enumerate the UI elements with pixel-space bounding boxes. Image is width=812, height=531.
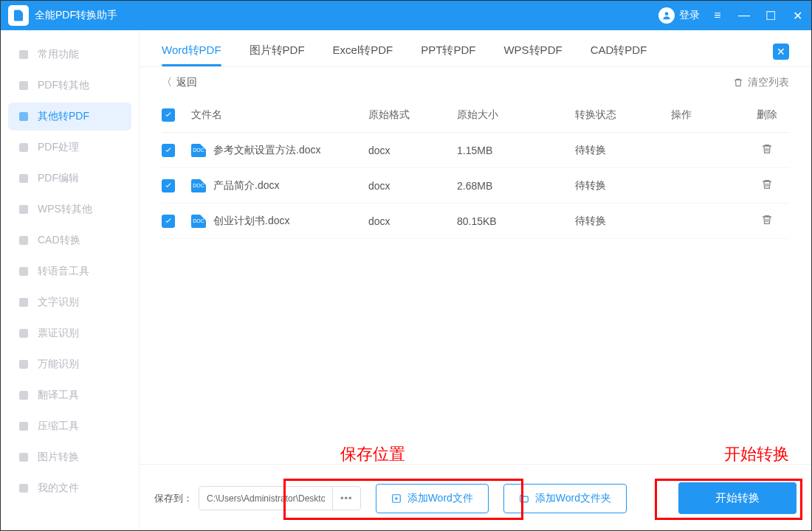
sidebar-item-label: 压缩工具 <box>38 420 79 433</box>
sidebar-item-8[interactable]: 文字识别 <box>8 288 131 316</box>
row-checkbox[interactable] <box>162 215 175 228</box>
size-cell: 80.15KB <box>457 215 575 227</box>
back-button[interactable]: 〈 返回 <box>162 76 197 89</box>
table-row: DOC创业计划书.docxdocx80.15KB待转换 <box>162 204 789 239</box>
sidebar-item-label: PDF处理 <box>38 141 79 154</box>
sidebar-item-1[interactable]: PDF转其他 <box>8 72 131 100</box>
word-file-icon: DOC <box>191 179 206 192</box>
window-controls: ≡ — ☐ ✕ <box>711 9 804 23</box>
tab-1[interactable]: 图片转PDF <box>250 44 305 66</box>
file-name-cell: DOC产品简介.docx <box>191 179 368 192</box>
maximize-icon[interactable]: ☐ <box>764 9 777 23</box>
save-section: 保存到： ••• <box>154 486 361 510</box>
start-convert-button[interactable]: 开始转换 <box>678 482 796 514</box>
add-file-button[interactable]: 添加Word文件 <box>376 484 489 513</box>
file-name-cell: DOC参考文献设置方法.docx <box>191 144 368 157</box>
tab-close-button[interactable]: ✕ <box>773 44 789 60</box>
sidebar-icon <box>17 389 30 402</box>
tab-4[interactable]: WPS转PDF <box>503 44 562 66</box>
titlebar: 全能PDF转换助手 登录 ≡ — ☐ ✕ <box>1 1 811 30</box>
file-name-cell: DOC创业计划书.docx <box>191 215 368 228</box>
svg-rect-11 <box>19 360 28 369</box>
file-table: 文件名 原始格式 原始大小 转换状态 操作 删除 DOC参考文献设置方法.doc… <box>140 98 811 464</box>
sidebar-item-label: 票证识别 <box>38 327 79 340</box>
delete-row-button[interactable] <box>761 143 773 157</box>
start-label: 开始转换 <box>715 491 760 504</box>
tabs: Word转PDF图片转PDFExcel转PDFPPT转PDFWPS转PDFCAD… <box>140 30 811 67</box>
login-button[interactable]: 登录 <box>658 7 700 24</box>
header-format: 原始格式 <box>368 108 457 122</box>
table-row: DOC参考文献设置方法.docxdocx1.15MB待转换 <box>162 133 789 168</box>
sidebar-icon <box>17 265 30 278</box>
sidebar-icon <box>17 482 30 495</box>
sidebar-item-0[interactable]: 常用功能 <box>8 41 131 69</box>
sidebar-item-6[interactable]: CAD转换 <box>8 226 131 254</box>
save-path-input[interactable] <box>199 487 332 510</box>
browse-button[interactable]: ••• <box>332 487 360 510</box>
sidebar-item-label: PDF转其他 <box>38 79 89 92</box>
sidebar-item-label: 万能识别 <box>38 358 79 371</box>
header-action: 操作 <box>671 108 745 122</box>
clear-list-button[interactable]: 清空列表 <box>733 76 789 89</box>
sidebar-item-3[interactable]: PDF处理 <box>8 133 131 162</box>
minimize-icon[interactable]: — <box>737 9 751 22</box>
sidebar-item-label: 文字识别 <box>38 296 79 309</box>
sidebar-item-5[interactable]: WPS转其他 <box>8 195 131 223</box>
table-header: 文件名 原始格式 原始大小 转换状态 操作 删除 <box>162 98 789 133</box>
delete-row-button[interactable] <box>761 178 773 192</box>
sidebar-item-9[interactable]: 票证识别 <box>8 319 131 347</box>
size-cell: 1.15MB <box>457 145 575 156</box>
svg-rect-4 <box>19 143 28 152</box>
svg-point-0 <box>665 12 669 15</box>
sidebar-item-label: 图片转换 <box>38 451 79 464</box>
app-logo <box>8 5 29 26</box>
sidebar-item-4[interactable]: PDF编辑 <box>8 164 131 192</box>
sidebar-icon <box>17 172 30 185</box>
svg-rect-10 <box>19 329 28 338</box>
add-folder-button[interactable]: 添加Word文件夹 <box>503 484 627 513</box>
row-checkbox[interactable] <box>162 144 175 157</box>
status-cell: 待转换 <box>575 215 671 228</box>
clear-label: 清空列表 <box>748 76 789 89</box>
header-status: 转换状态 <box>575 108 671 122</box>
tab-3[interactable]: PPT转PDF <box>421 44 475 66</box>
delete-row-button[interactable] <box>761 214 773 228</box>
back-label: 返回 <box>176 76 197 89</box>
svg-rect-13 <box>19 422 28 431</box>
svg-rect-6 <box>19 205 28 214</box>
sidebar-item-10[interactable]: 万能识别 <box>8 350 131 378</box>
sidebar-icon <box>17 79 30 92</box>
menu-icon[interactable]: ≡ <box>711 9 724 22</box>
tab-0[interactable]: Word转PDF <box>162 44 221 66</box>
plus-icon <box>391 493 402 504</box>
close-icon[interactable]: ✕ <box>791 9 804 23</box>
sidebar-item-11[interactable]: 翻译工具 <box>8 381 131 409</box>
word-file-icon: DOC <box>191 144 206 157</box>
sidebar-item-14[interactable]: 我的文件 <box>8 474 131 502</box>
toolbar: 〈 返回 清空列表 <box>140 67 811 98</box>
word-file-icon: DOC <box>191 215 206 228</box>
sidebar-icon <box>17 451 30 464</box>
sidebar-item-label: 我的文件 <box>38 482 79 495</box>
sidebar-item-label: PDF编辑 <box>38 172 79 185</box>
sidebar-item-12[interactable]: 压缩工具 <box>8 412 131 440</box>
save-to-label: 保存到： <box>154 492 193 505</box>
svg-rect-1 <box>19 50 28 59</box>
folder-icon <box>519 493 529 504</box>
sidebar-item-13[interactable]: 图片转换 <box>8 443 131 471</box>
row-checkbox[interactable] <box>162 179 175 192</box>
sidebar-icon <box>17 420 30 433</box>
tab-2[interactable]: Excel转PDF <box>333 44 393 66</box>
chevron-left-icon: 〈 <box>162 76 172 89</box>
sidebar-item-7[interactable]: 转语音工具 <box>8 257 131 285</box>
sidebar-item-label: 常用功能 <box>38 48 79 61</box>
sidebar-icon <box>17 48 30 61</box>
select-all-checkbox[interactable] <box>162 108 175 122</box>
sidebar-item-2[interactable]: 其他转PDF <box>8 103 131 131</box>
sidebar-item-label: CAD转换 <box>38 234 80 247</box>
login-label: 登录 <box>679 9 700 22</box>
sidebar-item-label: 翻译工具 <box>38 389 79 402</box>
header-delete: 删除 <box>745 108 789 122</box>
tab-5[interactable]: CAD转PDF <box>591 44 647 66</box>
header-filename: 文件名 <box>191 108 368 122</box>
